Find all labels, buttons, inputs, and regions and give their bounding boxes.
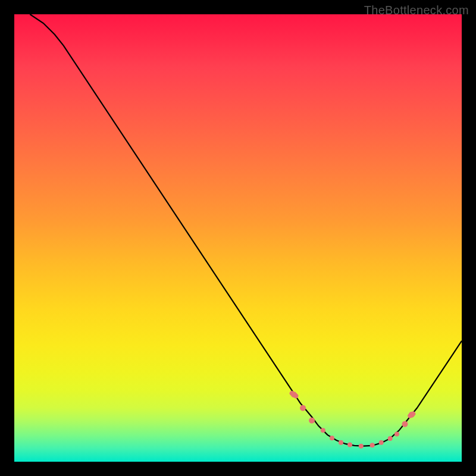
chart-marker bbox=[347, 442, 352, 447]
chart-marker bbox=[359, 444, 364, 449]
bottleneck-curve bbox=[30, 14, 462, 446]
chart-marker bbox=[330, 436, 334, 440]
chart-marker bbox=[339, 440, 343, 445]
chart-marker bbox=[321, 428, 325, 433]
plot-area bbox=[14, 14, 462, 462]
markers-group bbox=[291, 392, 415, 448]
chart-svg bbox=[14, 14, 462, 462]
chart-marker bbox=[394, 431, 399, 436]
chart-marker bbox=[309, 418, 315, 424]
chart-marker bbox=[409, 412, 415, 418]
chart-container: TheBottleneck.com bbox=[0, 0, 476, 476]
chart-marker bbox=[402, 421, 408, 427]
chart-marker bbox=[379, 440, 384, 445]
watermark-text: TheBottleneck.com bbox=[364, 4, 469, 17]
chart-marker bbox=[388, 436, 393, 441]
chart-marker bbox=[300, 405, 306, 411]
marker-caps-group bbox=[289, 390, 416, 419]
chart-marker bbox=[370, 443, 375, 447]
chart-marker bbox=[291, 392, 297, 397]
